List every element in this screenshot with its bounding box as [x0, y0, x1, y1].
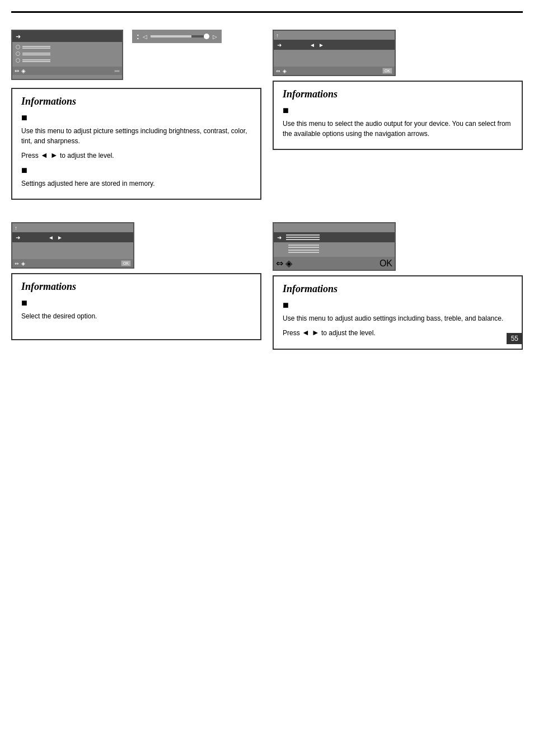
bar-3a: [22, 59, 50, 60]
bar-3b: [22, 61, 50, 62]
info-text-bottom-right-2: Press ◄ ► to adjust the level.: [283, 327, 513, 339]
bar-1a: [22, 46, 50, 47]
volume-low-icon: ◁: [143, 34, 147, 40]
menu-body: [12, 42, 122, 67]
info-bullet-bottom-left: ■: [21, 297, 251, 309]
lines-widget: ➜: [273, 222, 396, 271]
picture-menu-screen: ➜: [11, 30, 123, 80]
lw-menu-bar: ➜: [274, 232, 395, 242]
sm-left-arrow-icon: ◄: [310, 42, 315, 48]
lw-menu-line-3: [286, 239, 320, 240]
bl-sm-bottom: ⇔ ◈ OK: [12, 259, 133, 267]
page-container: ➜: [0, 0, 534, 756]
bl-sm-ok-label: OK: [123, 261, 129, 265]
ok-btn-1[interactable]: [114, 70, 120, 72]
bar-1b: [22, 48, 50, 49]
lw-bottom: ⇔ ◈ OK: [274, 257, 395, 270]
info-title-right-top: Informations: [283, 88, 513, 100]
sm-ok-btn[interactable]: OK: [382, 68, 392, 74]
bar-2b: [22, 54, 50, 55]
info-title-bottom-left: Informations: [21, 281, 251, 293]
sm-bottom: ⇔ ◈ OK: [274, 67, 395, 75]
info-box-bottom-left: Informations ■ Select the desired option…: [11, 273, 261, 340]
volume-knob[interactable]: [204, 34, 209, 39]
lw-ok-label: OK: [380, 259, 392, 268]
bar-2a: [22, 53, 50, 54]
volume-widget: : ◁ ▷: [132, 30, 222, 43]
row-dot-3: [16, 58, 20, 63]
bar-group-2: [22, 53, 50, 55]
sm-body: [274, 50, 395, 67]
bl-sm-menu-arrow-icon: ➜: [16, 234, 20, 241]
sm-nav-select-icon: ◈: [283, 68, 287, 74]
lw-body-line-1b: [288, 247, 319, 248]
info-text-bottom-left: Select the desired option.: [21, 311, 251, 321]
info-box-bottom-right: Informations ■ Use this menu to adjust a…: [273, 275, 523, 350]
bl-sm-left-arrow-icon: ◄: [48, 234, 54, 241]
lw-menu-line-1: [286, 234, 320, 236]
nav-arrows-1: ⇔ ◈: [15, 68, 26, 74]
sm-menu-bar: ➜ ◄ ►: [274, 40, 395, 50]
sm-menu-arrow-icon: ➜: [277, 42, 282, 48]
row-dot-1: [16, 45, 20, 49]
bl-sm-top-arrow-icon: ↑: [15, 225, 17, 231]
info-bullet-right-top: ■: [283, 105, 513, 116]
lw-body-line-2a: [288, 250, 319, 251]
info-text-right-top: Use this menu to select the audio output…: [283, 119, 513, 139]
bl-sm-top-bar: ↑: [12, 223, 133, 232]
sm-top-bar: ↑: [274, 31, 395, 40]
menu-row-1: [16, 44, 119, 50]
nav-select-icon-1: ◈: [21, 68, 26, 74]
menu-arrow-icon: ➜: [16, 33, 21, 40]
volume-high-icon: ▷: [213, 34, 217, 40]
info-bullet-left-top-2: ■: [21, 165, 251, 176]
info-box-right-top: Informations ■ Use this menu to select t…: [273, 81, 523, 150]
main-content: ➜: [11, 30, 523, 200]
bottom-left-screen: ↑ ➜ ◄ ► ⇔ ◈ OK: [11, 222, 134, 269]
bl-sm-ok-btn[interactable]: OK: [121, 260, 131, 266]
row-dot-2: [16, 51, 20, 56]
lw-body-line-1a: [288, 245, 319, 246]
bl-sm-right-arrow-icon: ►: [57, 234, 63, 241]
bottom-section: ↑ ➜ ◄ ► ⇔ ◈ OK: [11, 222, 523, 350]
top-left-widgets: ➜: [11, 30, 261, 83]
lw-body-row-2: [277, 250, 391, 253]
lw-body-lines-2: [288, 250, 319, 253]
volume-track[interactable]: [151, 35, 209, 37]
bl-sm-nav-select-icon: ◈: [21, 261, 25, 266]
lw-menu-arrow-icon: ➜: [277, 234, 282, 241]
right-top-screen: ↑ ➜ ◄ ► ⇔ ◈ OK: [273, 30, 396, 76]
info-title-left-top: Informations: [21, 96, 251, 107]
bl-sm-lr-arrows: ◄ ►: [48, 234, 63, 241]
lr-arrows-bottom-right: ◄ ►: [302, 328, 320, 337]
bottom-left: ↑ ➜ ◄ ► ⇔ ◈ OK: [11, 222, 261, 350]
page-number: 55: [511, 335, 518, 342]
right-column-top: ↑ ➜ ◄ ► ⇔ ◈ OK: [273, 30, 523, 200]
bl-sm-nav-ud-icon: ⇔: [15, 261, 19, 266]
lr-arrows-left-top: ◄ ►: [40, 151, 58, 159]
info-bullet-left-top-1: ■: [21, 112, 251, 124]
sm-nav-icons: ⇔ ◈: [276, 68, 287, 74]
colon-icon: :: [137, 32, 139, 41]
info-title-bottom-right: Informations: [283, 283, 513, 295]
left-column-top: ➜: [11, 30, 261, 200]
info-text-left-top-2: Press ◄ ► to adjust the level.: [21, 149, 251, 161]
lw-nav-select-icon: ◈: [285, 259, 292, 268]
lw-nav-ud-icon: ⇔: [276, 259, 283, 268]
top-rule: [11, 11, 523, 13]
sm-right-arrow-icon: ►: [318, 42, 324, 48]
lw-body-lines-1: [288, 245, 319, 248]
lw-body-row-1: [277, 245, 391, 248]
bl-sm-body: [12, 242, 133, 259]
sm-nav-ud-icon: ⇔: [276, 68, 280, 74]
info-bullet-bottom-right: ■: [283, 299, 513, 311]
lw-ok-btn[interactable]: OK: [380, 259, 392, 269]
info-box-left-top: Informations ■ Use this menu to adjust p…: [11, 88, 261, 200]
nav-up-icon-1: ⇔: [15, 68, 19, 74]
info-text-left-top-1: Use this menu to adjust picture settings…: [21, 126, 251, 146]
bl-sm-nav-icons: ⇔ ◈: [15, 261, 25, 266]
menu-row-2: [16, 51, 119, 57]
bl-sm-menu-bar: ➜ ◄ ►: [12, 232, 133, 242]
menu-row-3: [16, 58, 119, 63]
volume-widget-container: : ◁ ▷: [132, 30, 222, 43]
